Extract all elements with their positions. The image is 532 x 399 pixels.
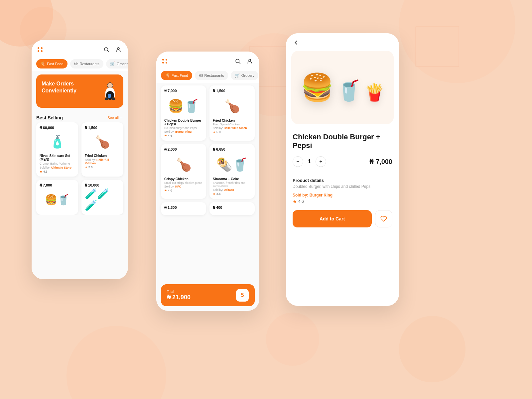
food-card-1[interactable]: ₦ 7,000 🍔🥤 Chicken Double Burger + Pepsi… — [161, 85, 206, 141]
tab2-restaurants[interactable]: 🍽 Restaurants — [195, 71, 228, 80]
food-rating-2: ★5.0 — [213, 130, 251, 134]
restaurant-icon: 🍽 — [74, 62, 78, 66]
product-grid: ₦ 60,000 🧴 Nivea Skin care Set (MEN) Cre… — [32, 122, 128, 215]
svg-rect-18 — [108, 94, 111, 98]
food-card-4[interactable]: ₦ 6,650 🌯🥤 Shaorma + Coke Shaorma, frenc… — [209, 144, 255, 199]
quantity-price-row: − 1 + ₦ 7,000 — [293, 156, 392, 167]
grocery-icon: 🛒 — [110, 62, 115, 66]
quantity-controls: − 1 + — [293, 156, 326, 167]
user-icon-2[interactable] — [246, 58, 253, 65]
increase-qty-button[interactable]: + — [316, 156, 326, 167]
product-rating: ★ 4.6 — [293, 199, 392, 204]
food-card-2[interactable]: ₦ 1,500 🍗 Fried Chicken Fried Spiced Chi… — [209, 85, 255, 141]
search-icon[interactable] — [103, 46, 110, 53]
phone1-category-tabs: 🍕 Fast Food 🍽 Restaurants 🛒 Grocery — [32, 57, 128, 71]
food-img-2: 🍗 — [213, 95, 251, 117]
banner-text: Make Orders Convieniently — [42, 80, 87, 94]
promo-banner: Make Orders Convieniently — [36, 74, 123, 108]
svg-line-9 — [107, 51, 109, 52]
person-illustration — [93, 79, 120, 106]
phone1-header — [32, 40, 128, 57]
product-price-4: ₦ 10,000 — [85, 183, 120, 188]
product-image-4: 🧪🧪🧪 — [85, 190, 120, 209]
product-seller-label: Sold by: Burger King — [293, 193, 392, 198]
app-logo-dots-2 — [162, 59, 168, 64]
see-all-link[interactable]: See all → — [107, 116, 123, 120]
phone-2: 🍕 Fast Food 🍽 Restaurants 🛒 Grocery ₦ 7,… — [156, 52, 259, 311]
add-to-cart-button[interactable]: Add to Cart — [293, 210, 372, 227]
food-card-5[interactable]: ₦ 1,300 — [161, 202, 206, 215]
product-name-1: Nivea Skin care Set (MEN) — [40, 154, 75, 161]
add-to-cart-row: Add to Cart — [293, 210, 392, 231]
phone-3: 🍔 🥤 🍟 Chicken Double Burger + Pepsi − 1 … — [286, 33, 399, 306]
product-card-4[interactable]: ₦ 10,000 🧪🧪🧪 — [81, 180, 123, 215]
product-rating-1: ★ 4.6 — [40, 170, 75, 173]
back-button[interactable] — [286, 33, 399, 48]
product-rating-2: ★ 5.0 — [85, 166, 120, 169]
product-name-2: Fried Chicken — [85, 154, 120, 158]
food-img-1: 🍔🥤 — [164, 95, 203, 117]
product-details-title: Product details — [293, 178, 392, 183]
food-card-6[interactable]: ₦ 400 — [209, 202, 255, 215]
food-img-3: 🍗 — [164, 154, 203, 175]
food-rating-4: ★3.6 — [213, 192, 251, 196]
product-card-2[interactable]: ₦ 1,500 🍗 Fried Chicken Sold by: Belle-f… — [81, 122, 123, 177]
cart-info: Total ₦ 21,900 — [167, 290, 191, 301]
app-logo-dots — [38, 47, 43, 52]
product-detail-price: ₦ 7,000 — [369, 158, 392, 166]
fast-food-icon: 🍕 — [40, 62, 45, 66]
food-card-3[interactable]: ₦ 2,000 🍗 Crispy Chicken Small cut crisp… — [161, 144, 206, 199]
food-list: ₦ 7,000 🍔🥤 Chicken Double Burger + Pepsi… — [156, 83, 259, 282]
product-price-1: ₦ 60,000 — [40, 126, 75, 130]
food-rating-1: ★4.6 — [164, 134, 203, 137]
cart-count-badge[interactable]: 5 — [236, 289, 249, 302]
food-img-4: 🌯🥤 — [213, 154, 251, 175]
best-selling-header: Best Selling See all → — [32, 111, 128, 122]
product-detail-name: Chicken Double Burger + Pepsi — [293, 133, 392, 150]
decrease-qty-button[interactable]: − — [293, 156, 303, 167]
tab2-fast-food[interactable]: 🍕 Fast Food — [161, 71, 192, 80]
svg-point-10 — [117, 48, 119, 50]
tab-fast-food[interactable]: 🍕 Fast Food — [36, 59, 67, 68]
wishlist-button[interactable] — [375, 210, 392, 227]
phone2-header — [156, 52, 259, 68]
food-rating-3: ★4.0 — [164, 189, 203, 192]
product-detail-section: Chicken Double Burger + Pepsi − 1 + ₦ 7,… — [286, 127, 399, 306]
tab-grocery[interactable]: 🛒 Grocery — [106, 59, 128, 68]
phone-1: 🍕 Fast Food 🍽 Restaurants 🛒 Grocery Make… — [32, 40, 128, 279]
divider-1 — [293, 173, 392, 173]
cart-bar[interactable]: Total ₦ 21,900 5 — [161, 284, 255, 306]
user-icon[interactable] — [115, 46, 122, 53]
product-description: Doubled Burger, with chips and chilled P… — [293, 184, 392, 189]
tab2-grocery[interactable]: 🛒 Grocery — [231, 71, 258, 80]
svg-line-20 — [239, 62, 240, 64]
svg-point-21 — [249, 59, 251, 61]
product-price-3: ₦ 7,000 — [40, 183, 75, 188]
product-image-1: 🧴 — [40, 132, 75, 152]
tab-restaurants[interactable]: 🍽 Restaurants — [70, 59, 103, 68]
product-seller-2: Sold by: Belle-full Kitchen — [85, 158, 120, 165]
product-image-3: 🍔🥤 — [40, 190, 75, 209]
product-hero-image: 🍔 🥤 🍟 — [291, 51, 394, 124]
quantity-display: 1 — [308, 159, 311, 165]
product-card-3[interactable]: ₦ 7,000 🍔🥤 — [36, 180, 78, 215]
search-icon-2[interactable] — [234, 58, 241, 65]
product-seller-1: Sold by: Ultimate Store — [40, 166, 75, 169]
product-price-2: ₦ 1,500 — [85, 126, 120, 130]
section-title: Best Selling — [36, 115, 63, 120]
product-image-2: 🍗 — [85, 132, 120, 152]
product-card-1[interactable]: ₦ 60,000 🧴 Nivea Skin care Set (MEN) Cre… — [36, 122, 78, 177]
product-sub-1: Creme, Balm, Perfume — [40, 162, 75, 165]
phone2-category-tabs: 🍕 Fast Food 🍽 Restaurants 🛒 Grocery — [156, 68, 259, 83]
